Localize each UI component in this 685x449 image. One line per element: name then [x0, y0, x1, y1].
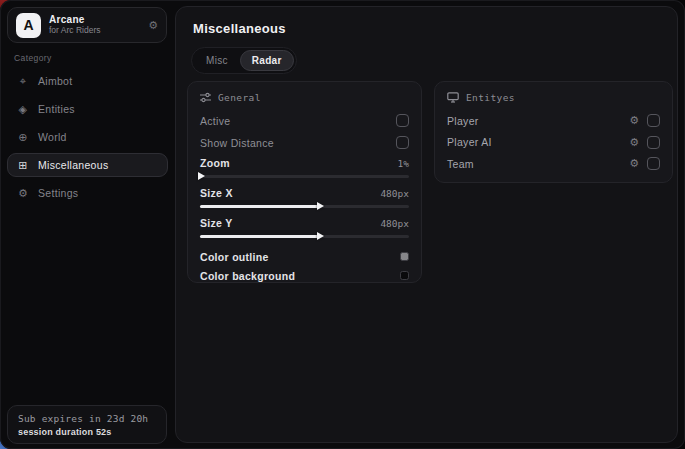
zoom-label: Zoom: [200, 157, 230, 169]
sidebar-item-aimbot[interactable]: ⌖ Aimbot: [7, 69, 168, 93]
entities-icon: ◈: [17, 103, 29, 116]
subscription-card: Sub expires in 23d 20h session duration …: [7, 405, 167, 444]
globe-icon: ⊕: [17, 131, 29, 144]
size-x-value: 480px: [380, 188, 409, 199]
active-checkbox[interactable]: [396, 114, 409, 127]
slider-fill: [200, 205, 319, 208]
team-label: Team: [447, 158, 629, 170]
session-duration-text: session duration 52s: [18, 427, 156, 437]
entities-card-header: Entityes: [447, 92, 660, 103]
size-x-label: Size X: [200, 187, 233, 199]
player-ai-label: Player AI: [447, 136, 629, 148]
color-outline-row: Color outline: [200, 247, 409, 266]
slider-thumb[interactable]: [317, 232, 324, 240]
slider-thumb[interactable]: [198, 172, 205, 180]
zoom-value: 1%: [398, 158, 409, 169]
slider-fill: [200, 235, 319, 238]
player-checkbox[interactable]: [647, 114, 660, 127]
general-card-title: General: [218, 92, 261, 103]
general-card-header: General: [200, 92, 409, 103]
brand-logo: A: [16, 13, 41, 38]
app-window: A Arcane for Arc Riders ⚙ Category ⌖ Aim…: [0, 0, 685, 449]
page-title: Miscellaneous: [193, 21, 286, 36]
color-background-row: Color background: [200, 266, 409, 285]
size-y-slider[interactable]: [200, 232, 409, 241]
team-checkbox[interactable]: [647, 157, 660, 170]
gear-icon[interactable]: ⚙: [629, 114, 639, 127]
active-row: Active: [200, 110, 409, 131]
slider-thumb[interactable]: [317, 202, 324, 210]
active-label: Active: [200, 115, 230, 127]
slider-track: [200, 175, 409, 178]
player-ai-checkbox[interactable]: [647, 136, 660, 149]
tab-bar: Misc Radar: [191, 47, 297, 74]
main-panel: Miscellaneous Misc Radar General Act: [175, 6, 678, 443]
sidebar-item-entities[interactable]: ◈ Entities: [7, 97, 168, 121]
size-x-slider[interactable]: [200, 202, 409, 211]
color-background-swatch[interactable]: [400, 271, 409, 280]
gear-icon: ⚙: [17, 187, 29, 200]
show-distance-checkbox[interactable]: [396, 136, 409, 149]
sidebar-nav: ⌖ Aimbot ◈ Entities ⊕ World ⊞ Miscellane…: [7, 69, 168, 205]
size-y-value: 480px: [380, 218, 409, 229]
sidebar-item-label: Aimbot: [38, 75, 72, 87]
brand-subtitle: for Arc Riders: [49, 26, 140, 36]
grid-icon: ⊞: [17, 159, 29, 172]
color-background-label: Color background: [200, 270, 295, 282]
sidebar-item-settings[interactable]: ⚙ Settings: [7, 181, 168, 205]
entities-card-title: Entityes: [466, 92, 515, 103]
monitor-icon: [447, 92, 459, 103]
player-row: Player ⚙: [447, 110, 660, 132]
entities-card: Entityes Player ⚙ Player AI ⚙ Team ⚙: [434, 81, 673, 183]
brand-text: Arcane for Arc Riders: [49, 14, 140, 35]
size-y-slider-group: Size Y 480px: [200, 217, 409, 241]
team-row: Team ⚙: [447, 153, 660, 175]
sidebar-item-label: World: [38, 131, 67, 143]
tab-radar[interactable]: Radar: [240, 50, 294, 71]
player-ai-row: Player AI ⚙: [447, 132, 660, 154]
size-x-slider-group: Size X 480px: [200, 187, 409, 211]
sidebar-item-label: Settings: [38, 187, 78, 199]
category-label: Category: [14, 53, 52, 63]
color-outline-label: Color outline: [200, 251, 269, 263]
gear-icon[interactable]: ⚙: [148, 19, 158, 32]
general-card: General Active Show Distance Zoom 1%: [187, 81, 422, 283]
sidebar-item-label: Entities: [38, 103, 75, 115]
size-y-label: Size Y: [200, 217, 233, 229]
zoom-slider[interactable]: [200, 172, 409, 181]
show-distance-row: Show Distance: [200, 132, 409, 153]
zoom-slider-group: Zoom 1%: [200, 157, 409, 181]
tab-misc[interactable]: Misc: [194, 50, 240, 71]
brand-card: A Arcane for Arc Riders ⚙: [7, 7, 167, 43]
color-outline-swatch[interactable]: [400, 252, 409, 261]
sliders-icon: [200, 92, 211, 103]
sub-expiry-text: Sub expires in 23d 20h: [18, 413, 156, 424]
gear-icon[interactable]: ⚙: [629, 136, 639, 149]
show-distance-label: Show Distance: [200, 137, 274, 149]
player-label: Player: [447, 115, 629, 127]
sidebar-item-label: Miscellaneous: [38, 159, 108, 171]
crosshair-icon: ⌖: [17, 75, 29, 88]
sidebar-item-world[interactable]: ⊕ World: [7, 125, 168, 149]
sidebar: A Arcane for Arc Riders ⚙ Category ⌖ Aim…: [0, 0, 175, 449]
sidebar-item-miscellaneous[interactable]: ⊞ Miscellaneous: [7, 153, 168, 177]
gear-icon[interactable]: ⚙: [629, 157, 639, 170]
